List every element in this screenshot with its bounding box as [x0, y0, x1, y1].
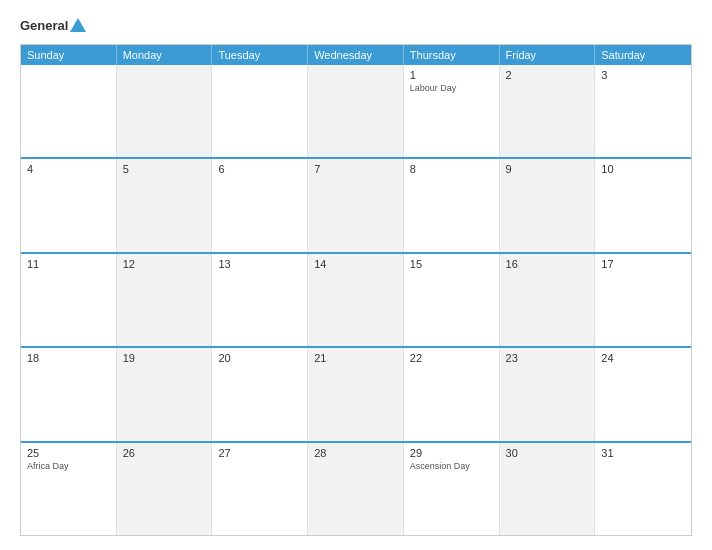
logo: General	[20, 18, 86, 34]
day-event-label: Labour Day	[410, 83, 493, 94]
day-cell: 10	[595, 159, 691, 251]
header: General	[20, 18, 692, 34]
day-number: 5	[123, 163, 206, 175]
day-event-label: Africa Day	[27, 461, 110, 472]
day-number: 27	[218, 447, 301, 459]
day-number: 12	[123, 258, 206, 270]
day-number: 14	[314, 258, 397, 270]
logo-text: General	[20, 19, 68, 33]
day-cell: 29Ascension Day	[404, 443, 500, 535]
day-cell	[117, 65, 213, 157]
day-cell: 1Labour Day	[404, 65, 500, 157]
week-row-1: 1Labour Day23	[21, 65, 691, 157]
day-number: 8	[410, 163, 493, 175]
day-cell: 7	[308, 159, 404, 251]
day-number: 17	[601, 258, 685, 270]
day-cell: 15	[404, 254, 500, 346]
day-number: 13	[218, 258, 301, 270]
calendar-page: General SundayMondayTuesdayWednesdayThur…	[0, 0, 712, 550]
day-number: 24	[601, 352, 685, 364]
logo-triangle-icon	[70, 18, 86, 32]
day-cell: 18	[21, 348, 117, 440]
day-header-friday: Friday	[500, 45, 596, 65]
day-cell: 27	[212, 443, 308, 535]
weeks-container: 1Labour Day23456789101112131415161718192…	[21, 65, 691, 535]
day-cell: 16	[500, 254, 596, 346]
day-number: 9	[506, 163, 589, 175]
day-header-wednesday: Wednesday	[308, 45, 404, 65]
day-cell: 20	[212, 348, 308, 440]
day-number: 4	[27, 163, 110, 175]
week-row-2: 45678910	[21, 157, 691, 251]
day-cell	[308, 65, 404, 157]
day-number: 2	[506, 69, 589, 81]
day-number: 3	[601, 69, 685, 81]
day-cell: 5	[117, 159, 213, 251]
day-number: 30	[506, 447, 589, 459]
day-number: 7	[314, 163, 397, 175]
day-cell: 22	[404, 348, 500, 440]
day-number: 29	[410, 447, 493, 459]
day-cell: 26	[117, 443, 213, 535]
calendar-grid: SundayMondayTuesdayWednesdayThursdayFrid…	[20, 44, 692, 536]
day-cell: 30	[500, 443, 596, 535]
day-cell: 24	[595, 348, 691, 440]
day-number: 16	[506, 258, 589, 270]
day-cell: 6	[212, 159, 308, 251]
day-number: 19	[123, 352, 206, 364]
day-cell: 21	[308, 348, 404, 440]
week-row-4: 18192021222324	[21, 346, 691, 440]
day-cell: 14	[308, 254, 404, 346]
day-cell: 31	[595, 443, 691, 535]
day-number: 18	[27, 352, 110, 364]
day-number: 11	[27, 258, 110, 270]
day-headers-row: SundayMondayTuesdayWednesdayThursdayFrid…	[21, 45, 691, 65]
day-cell: 25Africa Day	[21, 443, 117, 535]
day-number: 21	[314, 352, 397, 364]
day-cell: 12	[117, 254, 213, 346]
day-number: 23	[506, 352, 589, 364]
day-cell: 28	[308, 443, 404, 535]
day-header-monday: Monday	[117, 45, 213, 65]
day-number: 20	[218, 352, 301, 364]
day-header-saturday: Saturday	[595, 45, 691, 65]
day-cell: 13	[212, 254, 308, 346]
day-cell: 11	[21, 254, 117, 346]
day-header-thursday: Thursday	[404, 45, 500, 65]
day-number: 1	[410, 69, 493, 81]
day-event-label: Ascension Day	[410, 461, 493, 472]
day-cell	[212, 65, 308, 157]
day-header-tuesday: Tuesday	[212, 45, 308, 65]
day-cell: 8	[404, 159, 500, 251]
day-number: 26	[123, 447, 206, 459]
day-number: 6	[218, 163, 301, 175]
day-number: 25	[27, 447, 110, 459]
day-number: 31	[601, 447, 685, 459]
week-row-5: 25Africa Day26272829Ascension Day3031	[21, 441, 691, 535]
day-cell: 17	[595, 254, 691, 346]
day-cell: 19	[117, 348, 213, 440]
week-row-3: 11121314151617	[21, 252, 691, 346]
day-cell	[21, 65, 117, 157]
day-cell: 2	[500, 65, 596, 157]
day-number: 15	[410, 258, 493, 270]
day-number: 10	[601, 163, 685, 175]
day-cell: 9	[500, 159, 596, 251]
day-cell: 3	[595, 65, 691, 157]
day-number: 28	[314, 447, 397, 459]
day-number: 22	[410, 352, 493, 364]
day-header-sunday: Sunday	[21, 45, 117, 65]
day-cell: 4	[21, 159, 117, 251]
day-cell: 23	[500, 348, 596, 440]
